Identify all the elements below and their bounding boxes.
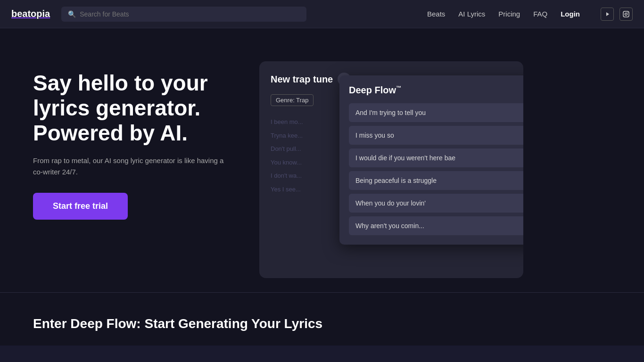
search-icon: 🔍 [68,10,76,18]
hero-section: Say hello to your lyrics generator. Powe… [0,28,644,292]
lyric-suggestion-2[interactable]: I miss you so [349,126,523,145]
nav-link-ai-lyrics[interactable]: AI Lyrics [458,10,485,18]
lyric-suggestion-6[interactable]: Why aren't you comin... [349,216,523,235]
brand-logo[interactable]: beatopia [11,8,50,19]
svg-point-4 [627,12,628,13]
search-bar: 🔍 [61,7,306,22]
bottom-section-title: Enter Deep Flow: Start Generating Your L… [33,316,611,331]
trademark-symbol: ™ [396,85,401,90]
hero-subtitle: From rap to metal, our AI song lyric gen… [33,155,231,178]
lyric-suggestion-4[interactable]: Being peaceful is a struggle [349,171,523,190]
svg-rect-2 [623,11,629,17]
lyric-suggestion-1[interactable]: And I'm trying to tell you [349,103,523,122]
nav-links: Beats AI Lyrics Pricing FAQ Login [427,8,633,21]
deep-flow-title: Deep Flow™ [349,85,523,96]
lyric-suggestion-5[interactable]: When you do your lovin' [349,194,523,213]
nav-link-faq[interactable]: FAQ [533,10,547,18]
nav-link-pricing[interactable]: Pricing [498,10,520,18]
nav-social-icons [601,8,633,21]
search-input[interactable] [80,10,300,18]
genre-tag[interactable]: Genre: Trap [271,94,314,106]
svg-point-3 [625,13,627,15]
hero-left: Say hello to your lyrics generator. Powe… [33,61,231,220]
deep-flow-panel: Deep Flow™ And I'm trying to tell you I … [339,75,523,245]
nav-link-login[interactable]: Login [561,10,580,18]
hero-title: Say hello to your lyrics generator. Powe… [33,71,231,146]
app-preview-card: New trap tune Genre: Trap I been mo... T… [259,61,523,278]
hero-right: New trap tune Genre: Trap I been mo... T… [259,61,611,278]
app-card-title-text: New trap tune [271,74,333,85]
bottom-section: Enter Deep Flow: Start Generating Your L… [0,292,644,346]
navbar: beatopia 🔍 Beats AI Lyrics Pricing FAQ L… [0,0,644,28]
instagram-icon[interactable] [619,8,633,21]
lyric-suggestion-3[interactable]: I would die if you weren't here bae [349,148,523,167]
nav-link-beats[interactable]: Beats [427,10,445,18]
start-free-trial-button[interactable]: Start free trial [33,193,128,220]
svg-marker-1 [606,12,609,16]
youtube-icon[interactable] [601,8,614,21]
